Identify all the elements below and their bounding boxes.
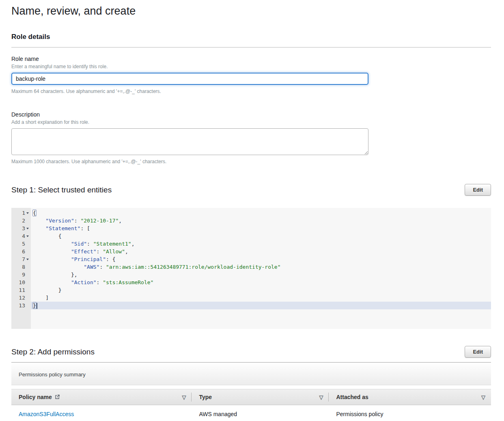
description-help-text: Add a short explanation for this role. — [11, 119, 491, 125]
gutter-line-10: 10 — [11, 279, 31, 286]
gutter-line-6: 6 — [11, 248, 31, 255]
gutter-line-12: 12 — [11, 294, 31, 302]
fold-slot — [25, 217, 30, 225]
editor-code-area[interactable]: { "Version": "2012-10-17", "Statement": … — [31, 208, 491, 329]
description-hint: Maximum 1000 characters. Use alphanumeri… — [11, 159, 491, 164]
gutter-line-2: 2 — [11, 217, 31, 225]
gutter-line-13: 13 — [11, 302, 31, 309]
page-title: Name, review, and create — [11, 0, 491, 17]
step2-heading: Step 2: Add permissions — [11, 348, 95, 356]
panel-gap — [11, 385, 491, 389]
divider — [11, 362, 491, 363]
name-review-create-page: Name, review, and create Role details Ro… — [0, 0, 504, 421]
step2-header-row: Step 2: Add permissions Edit — [11, 346, 491, 358]
gutter-line-4: 4 — [11, 232, 31, 240]
role-details-heading: Role details — [11, 33, 491, 41]
column-header-policy-name: Policy name▽ — [11, 389, 192, 405]
code-line-6: "Effect": "Allow", — [31, 248, 491, 255]
fold-slot — [25, 302, 30, 309]
gutter-line-9: 9 — [11, 271, 31, 279]
code-line-5: "Sid": "Statement1", — [31, 240, 491, 248]
column-header-type: Type▽ — [192, 389, 329, 405]
description-textarea[interactable] — [11, 128, 368, 155]
description-label: Description — [11, 111, 491, 118]
column-label: Attached as — [336, 394, 368, 400]
role-name-help-text: Enter a meaningful name to identify this… — [11, 64, 491, 69]
column-header-attached-as: Attached as▽ — [329, 389, 491, 405]
filter-triangle-icon[interactable]: ▽ — [481, 395, 485, 400]
fold-arrow-icon[interactable] — [25, 255, 30, 263]
fold-slot — [25, 263, 30, 271]
trust-policy-code-editor[interactable]: 12345678910111213 { "Version": "2012-10-… — [11, 208, 491, 329]
fold-arrow-icon[interactable] — [25, 209, 30, 217]
code-line-9: }, — [31, 271, 491, 279]
policies-table-header: Policy name▽Type▽Attached as▽ — [11, 389, 491, 405]
permissions-summary-panel: Permissions policy summary Policy name▽T… — [11, 364, 491, 421]
policy-name-link[interactable]: AmazonS3FullAccess — [19, 411, 74, 417]
code-line-11: } — [31, 286, 491, 294]
fold-slot — [25, 248, 30, 255]
step2-edit-button[interactable]: Edit — [465, 346, 491, 358]
gutter-line-11: 11 — [11, 286, 31, 294]
code-line-7: "Principal": { — [31, 255, 491, 263]
code-line-1: { — [31, 209, 491, 217]
column-label: Policy name — [19, 394, 52, 400]
fold-slot — [25, 286, 30, 294]
gutter-line-1: 1 — [11, 209, 31, 217]
gutter-line-8: 8 — [11, 263, 31, 271]
filter-triangle-icon[interactable]: ▽ — [319, 395, 323, 400]
code-line-12: ] — [31, 294, 491, 302]
role-name-field-group: Role name Enter a meaningful name to ide… — [11, 56, 491, 94]
filter-triangle-icon[interactable]: ▽ — [182, 395, 186, 400]
fold-slot — [25, 294, 30, 302]
code-line-10: "Action": "sts:AssumeRole" — [31, 279, 491, 286]
role-name-label: Role name — [11, 56, 491, 62]
policy-table-row: AmazonS3FullAccessAWS managedPermissions… — [11, 405, 491, 421]
code-line-8: "AWS": "arn:aws:iam::541263489771:role/w… — [31, 263, 491, 271]
text-cursor — [37, 303, 37, 309]
column-label: Type — [199, 394, 212, 400]
permissions-panel-title: Permissions policy summary — [11, 364, 491, 385]
code-line-4: { — [31, 232, 491, 240]
step1-heading: Step 1: Select trusted entities — [11, 186, 112, 194]
editor-gutter: 12345678910111213 — [11, 208, 31, 329]
external-link-icon — [55, 394, 60, 401]
fold-slot — [25, 271, 30, 279]
role-name-input[interactable] — [11, 73, 368, 85]
code-line-2: "Version": "2012-10-17", — [31, 217, 491, 225]
step1-edit-button[interactable]: Edit — [465, 184, 491, 196]
fold-slot — [25, 279, 30, 286]
role-name-hint: Maximum 64 characters. Use alphanumeric … — [11, 89, 491, 94]
step1-header-row: Step 1: Select trusted entities Edit — [11, 184, 491, 196]
fold-slot — [25, 240, 30, 248]
divider — [11, 47, 491, 47]
gutter-line-3: 3 — [11, 225, 31, 232]
policy-attached-as-cell: Permissions policy — [329, 411, 491, 417]
code-line-13: } — [31, 302, 491, 309]
gutter-line-7: 7 — [11, 255, 31, 263]
code-line-3: "Statement": [ — [31, 225, 491, 232]
description-field-group: Description Add a short explanation for … — [11, 111, 491, 164]
fold-arrow-icon[interactable] — [25, 232, 30, 240]
fold-arrow-icon[interactable] — [25, 225, 30, 232]
gutter-line-5: 5 — [11, 240, 31, 248]
policy-type-cell: AWS managed — [192, 411, 329, 417]
policies-table-body: AmazonS3FullAccessAWS managedPermissions… — [11, 405, 491, 421]
